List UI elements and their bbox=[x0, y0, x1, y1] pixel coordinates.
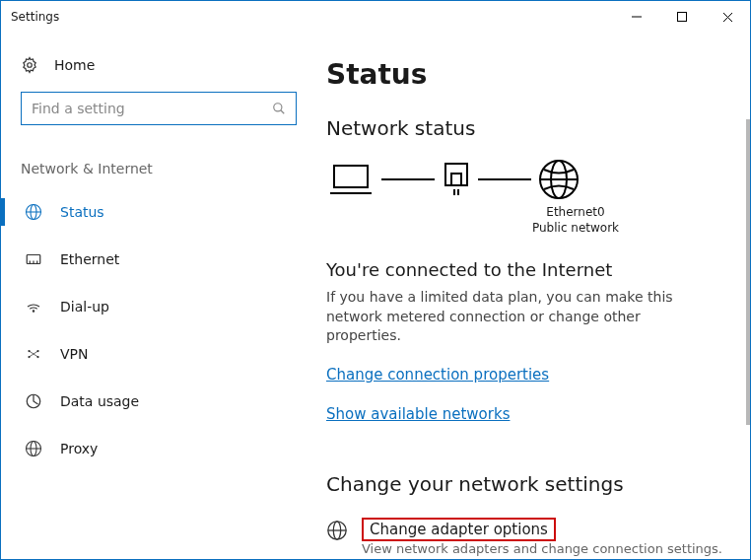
adapter-name: Ethernet0 bbox=[425, 205, 726, 221]
adapter-options-desc: View network adapters and change connect… bbox=[362, 541, 722, 556]
window-controls bbox=[614, 1, 750, 33]
svg-line-6 bbox=[281, 110, 285, 114]
globe-icon bbox=[25, 440, 42, 457]
svg-point-4 bbox=[28, 63, 33, 68]
section-title: Network & Internet bbox=[21, 161, 307, 176]
search-input[interactable] bbox=[32, 101, 272, 116]
laptop-icon bbox=[326, 160, 376, 199]
adapter-options-title: Change adapter options bbox=[362, 518, 556, 541]
scrollbar-thumb[interactable] bbox=[746, 119, 750, 425]
sidebar-item-label: Dial-up bbox=[60, 299, 109, 315]
content-pane: Status Network status Ethernet0 Public n… bbox=[326, 33, 750, 559]
search-input-wrapper[interactable] bbox=[21, 92, 297, 125]
sidebar: Home Network & Internet Status Ethernet bbox=[1, 33, 326, 559]
sidebar-item-data-usage[interactable]: Data usage bbox=[21, 378, 307, 425]
home-button[interactable]: Home bbox=[21, 56, 307, 74]
globe-icon bbox=[25, 203, 42, 221]
sidebar-item-label: Proxy bbox=[60, 441, 98, 456]
diagram-caption: Ethernet0 Public network bbox=[326, 205, 726, 236]
sidebar-item-label: Ethernet bbox=[60, 251, 119, 267]
sidebar-item-label: VPN bbox=[60, 346, 89, 362]
connector-line bbox=[478, 178, 531, 180]
network-status-heading: Network status bbox=[326, 116, 726, 140]
network-diagram bbox=[326, 158, 726, 201]
dial-up-icon bbox=[25, 298, 42, 315]
vpn-icon bbox=[25, 345, 42, 363]
window-title: Settings bbox=[11, 10, 614, 24]
show-available-networks-link[interactable]: Show available networks bbox=[326, 405, 510, 423]
connector-line bbox=[381, 178, 435, 180]
minimize-button[interactable] bbox=[614, 1, 659, 33]
sidebar-item-label: Data usage bbox=[60, 393, 139, 409]
sidebar-item-label: Status bbox=[60, 204, 104, 220]
svg-point-5 bbox=[274, 104, 282, 111]
gear-icon bbox=[21, 56, 38, 74]
adapter-icon bbox=[441, 160, 472, 199]
sidebar-item-dial-up[interactable]: Dial-up bbox=[21, 283, 307, 330]
globe-icon bbox=[537, 158, 580, 201]
close-button[interactable] bbox=[705, 1, 750, 33]
sidebar-item-status[interactable]: Status bbox=[21, 188, 307, 236]
adapter-options-icon bbox=[326, 518, 348, 541]
change-adapter-options[interactable]: Change adapter options View network adap… bbox=[326, 518, 726, 556]
sidebar-item-ethernet[interactable]: Ethernet bbox=[21, 236, 307, 283]
scrollbar[interactable] bbox=[742, 33, 750, 559]
titlebar: Settings bbox=[1, 1, 750, 33]
data-usage-icon bbox=[25, 392, 42, 410]
svg-rect-1 bbox=[678, 13, 687, 22]
svg-rect-25 bbox=[334, 166, 368, 187]
home-label: Home bbox=[54, 57, 95, 73]
svg-rect-27 bbox=[451, 174, 461, 185]
page-title: Status bbox=[326, 58, 726, 91]
connected-heading: You're connected to the Internet bbox=[326, 259, 726, 280]
connected-body: If you have a limited data plan, you can… bbox=[326, 288, 726, 346]
change-connection-properties-link[interactable]: Change connection properties bbox=[326, 366, 549, 384]
maximize-button[interactable] bbox=[659, 1, 705, 33]
svg-point-14 bbox=[33, 311, 34, 313]
search-icon bbox=[272, 102, 286, 115]
ethernet-icon bbox=[25, 250, 42, 268]
change-settings-heading: Change your network settings bbox=[326, 472, 726, 496]
sidebar-item-vpn[interactable]: VPN bbox=[21, 330, 307, 378]
network-type: Public network bbox=[425, 221, 726, 237]
sidebar-item-proxy[interactable]: Proxy bbox=[21, 425, 307, 472]
